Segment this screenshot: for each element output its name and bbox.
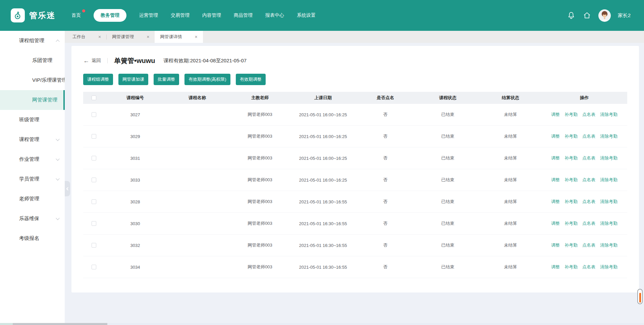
sidebar-item-homework-management[interactable]: 作业管理 — [0, 149, 65, 169]
action-clear-attendance[interactable]: 清除考勤 — [600, 177, 618, 183]
action-rollcall-sheet[interactable]: 点名表 — [582, 155, 595, 161]
nav-item-system-settings[interactable]: 系统设置 — [297, 9, 316, 21]
row-checkbox[interactable] — [92, 178, 96, 182]
chevron-down-icon — [56, 137, 59, 141]
action-rollcall-sheet[interactable]: 点名表 — [582, 177, 595, 183]
action-makeup-attendance[interactable]: 补考勤 — [565, 242, 578, 248]
row-checkbox[interactable] — [92, 156, 96, 160]
nav-item-operation-management[interactable]: 运营管理 — [139, 9, 158, 21]
action-adjust[interactable]: 调整 — [551, 264, 560, 270]
tab-close-icon[interactable]: × — [195, 35, 197, 39]
validity-adjust-high-permission-button[interactable]: 有效期调整(高权限) — [184, 74, 230, 85]
sidebar-item-class-management[interactable]: 班级管理 — [0, 110, 65, 130]
action-makeup-attendance[interactable]: 补考勤 — [565, 199, 578, 205]
sidebar-item-vip-theory-course-management[interactable]: VIP/乐理课管理 — [0, 70, 65, 90]
action-adjust[interactable]: 调整 — [551, 155, 560, 161]
action-makeup-attendance[interactable]: 补考勤 — [565, 133, 578, 139]
nav-item-goods-management[interactable]: 商品管理 — [234, 9, 253, 21]
tab-close-icon[interactable]: × — [98, 35, 101, 39]
cell-teacher: 网管老师003 — [229, 220, 291, 226]
sidebar-item-student-management[interactable]: 学员管理 — [0, 169, 65, 189]
nav-item-edu-management[interactable]: 教务管理 — [94, 9, 126, 22]
avatar[interactable] — [598, 9, 611, 22]
add-online-course-button[interactable]: 网管课加课 — [118, 74, 148, 85]
cell-date: 2021-05-01 16:30~16:55 — [291, 221, 355, 226]
action-clear-attendance[interactable]: 清除考勤 — [600, 242, 618, 248]
tab-close-icon[interactable]: × — [147, 35, 149, 39]
sidebar-item-online-course-management[interactable]: 网管课管理 — [0, 90, 65, 110]
row-checkbox-cell — [83, 112, 105, 117]
nav-item-content-management[interactable]: 内容管理 — [202, 9, 221, 21]
action-adjust[interactable]: 调整 — [551, 199, 560, 205]
sidebar-item-course-management[interactable]: 课程管理 — [0, 130, 65, 149]
tab-label: 网管课详情 — [160, 34, 182, 40]
action-clear-attendance[interactable]: 清除考勤 — [600, 133, 618, 139]
col-teacher: 主教老师 — [229, 95, 291, 101]
action-rollcall-sheet[interactable]: 点名表 — [582, 242, 595, 248]
sidebar-item-course-group-management[interactable]: 课程组管理 — [0, 31, 65, 51]
validity-adjust-button[interactable]: 有效期调整 — [236, 74, 266, 85]
nav-item-home[interactable]: 首页 — [71, 9, 81, 21]
row-checkbox[interactable] — [92, 221, 96, 226]
course-group-adjust-button[interactable]: 课程组调整 — [83, 74, 113, 85]
sidebar-item-band-management[interactable]: 乐团管理 — [0, 51, 65, 70]
chevron-down-icon — [56, 177, 59, 180]
action-clear-attendance[interactable]: 清除考勤 — [600, 112, 618, 118]
table-row: 3031网管老师0032021-05-01 16:00~16:25否已结束未结算… — [83, 147, 627, 169]
tab-online-course-detail[interactable]: 网管课详情× — [155, 31, 203, 43]
row-checkbox[interactable] — [92, 134, 96, 139]
cell-rollcall: 否 — [355, 177, 416, 183]
action-adjust[interactable]: 调整 — [551, 112, 560, 118]
cell-settlement: 未结算 — [480, 155, 541, 161]
action-clear-attendance[interactable]: 清除考勤 — [600, 264, 618, 270]
action-rollcall-sheet[interactable]: 点名表 — [582, 264, 595, 270]
nav-item-trade-management[interactable]: 交易管理 — [171, 9, 190, 21]
sidebar-item-exam-registration[interactable]: 考级报名 — [0, 229, 65, 248]
row-checkbox[interactable] — [92, 265, 96, 269]
sidebar-item-instrument-maintenance[interactable]: 乐器维保 — [0, 209, 65, 229]
action-adjust[interactable]: 调整 — [551, 220, 560, 226]
action-rollcall-sheet[interactable]: 点名表 — [582, 112, 595, 118]
sidebar-collapse-handle[interactable] — [65, 181, 70, 196]
action-makeup-attendance[interactable]: 补考勤 — [565, 220, 578, 226]
brand-logo[interactable] — [11, 8, 25, 22]
select-all-checkbox[interactable] — [92, 95, 96, 100]
action-adjust[interactable]: 调整 — [551, 133, 560, 139]
user-name[interactable]: 家长2 — [618, 12, 631, 19]
bell-icon[interactable] — [567, 11, 576, 20]
action-clear-attendance[interactable]: 清除考勤 — [600, 199, 618, 205]
vertical-scrollbar-thumb[interactable] — [637, 289, 643, 304]
sidebar-item-label: 课程组管理 — [19, 38, 44, 44]
action-adjust[interactable]: 调整 — [551, 242, 560, 248]
nav-item-report-center[interactable]: 报表中心 — [265, 9, 284, 21]
row-checkbox[interactable] — [92, 199, 96, 204]
action-rollcall-sheet[interactable]: 点名表 — [582, 133, 595, 139]
tab-online-course-management[interactable]: 网管课管理× — [107, 31, 155, 43]
cell-actions: 调整补考勤点名表清除考勤 — [541, 220, 627, 226]
horizontal-scrollbar-thumb[interactable] — [13, 323, 107, 325]
action-makeup-attendance[interactable]: 补考勤 — [565, 264, 578, 270]
horizontal-scrollbar[interactable] — [0, 323, 644, 325]
sidebar-item-teacher-management[interactable]: 老师管理 — [0, 189, 65, 209]
cell-settlement: 未结算 — [480, 177, 541, 183]
table-row: 3028网管老师0032021-05-01 16:30~16:55否已结束未结算… — [83, 191, 627, 213]
row-checkbox[interactable] — [92, 112, 96, 117]
row-checkbox-cell — [83, 134, 105, 139]
action-adjust[interactable]: 调整 — [551, 177, 560, 183]
row-checkbox-cell — [83, 199, 105, 204]
action-makeup-attendance[interactable]: 补考勤 — [565, 177, 578, 183]
back-arrow-icon: ← — [83, 58, 89, 64]
action-makeup-attendance[interactable]: 补考勤 — [565, 155, 578, 161]
cell-actions: 调整补考勤点名表清除考勤 — [541, 155, 627, 161]
cell-date: 2021-05-01 16:30~16:55 — [291, 243, 355, 248]
tab-workbench[interactable]: 工作台× — [67, 31, 106, 43]
action-makeup-attendance[interactable]: 补考勤 — [565, 112, 578, 118]
home-icon[interactable] — [583, 11, 591, 20]
row-checkbox[interactable] — [92, 243, 96, 248]
action-rollcall-sheet[interactable]: 点名表 — [582, 220, 595, 226]
back-button[interactable]: ← 返回 — [83, 58, 101, 64]
batch-adjust-button[interactable]: 批量调整 — [154, 74, 179, 85]
action-clear-attendance[interactable]: 清除考勤 — [600, 220, 618, 226]
action-rollcall-sheet[interactable]: 点名表 — [582, 199, 595, 205]
action-clear-attendance[interactable]: 清除考勤 — [600, 155, 618, 161]
